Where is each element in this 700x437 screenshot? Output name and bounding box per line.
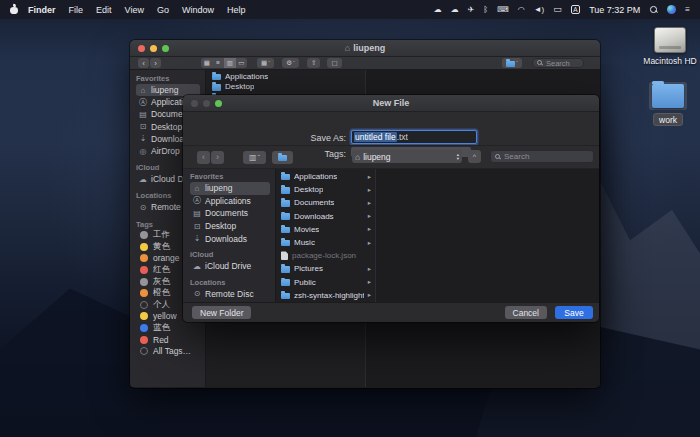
documents-icon: ▤ <box>138 110 148 119</box>
menu-item[interactable]: File <box>69 5 84 15</box>
share-button[interactable]: ⇧ <box>307 58 320 68</box>
input-source-icon[interactable]: A <box>571 5 580 14</box>
filename-field[interactable]: untitled file .txt <box>351 130 477 144</box>
group-button[interactable]: ▦ ˇ <box>257 58 274 68</box>
tag-label: All Tags… <box>153 346 191 356</box>
keyboard-icon[interactable]: ⌨ <box>497 5 509 14</box>
dialog-form: Save As: untitled file .txt Tags: <box>183 112 599 145</box>
tag-item[interactable]: All Tags… <box>136 345 200 357</box>
menu-item[interactable]: Help <box>227 5 246 15</box>
menu-item[interactable]: Edit <box>96 5 112 15</box>
dialog-sidebar-item[interactable]: ⇣ Downloads <box>190 232 270 245</box>
menu-clock[interactable]: Tue 7:32 PM <box>589 5 640 15</box>
siri-icon[interactable] <box>667 5 676 14</box>
file-name: Desktop <box>294 185 323 194</box>
menu-item[interactable]: Go <box>157 5 169 15</box>
tag-item[interactable]: 蓝色 <box>136 322 200 334</box>
section-title: Favorites <box>190 170 275 182</box>
forward-button[interactable]: › <box>150 58 161 68</box>
minimize-button[interactable] <box>150 45 157 52</box>
zoom-button[interactable] <box>162 45 169 52</box>
apple-menu-icon[interactable] <box>10 5 18 14</box>
file-row[interactable]: Movies ▸ <box>276 223 375 236</box>
chevron-down-icon: ˇ <box>293 60 295 66</box>
filename-extension: .txt <box>397 132 408 142</box>
search-field[interactable] <box>532 58 584 68</box>
cloud-icon[interactable]: ☁ <box>451 5 459 14</box>
remote-disc-icon: ⊙ <box>192 289 202 298</box>
desktop-icon-macintosh-hd[interactable]: Macintosh HD <box>638 27 700 66</box>
applications-icon: Ⓐ <box>138 97 148 108</box>
location-popup[interactable]: ⌂ liupeng ▴ ▾ <box>352 150 462 163</box>
volume-icon[interactable]: ◄) <box>534 5 545 14</box>
action-button[interactable]: ⚙ ˇ <box>282 58 299 68</box>
sidebar-item-label: Documents <box>205 208 248 218</box>
dialog-bottom-bar: New Folder Cancel Save <box>183 302 599 322</box>
icloud-drive-icon: ☁ <box>192 262 202 271</box>
menu-item[interactable]: Finder <box>28 5 56 15</box>
dialog-sidebar-item[interactable]: Ⓐ Applications <box>190 195 270 208</box>
finder-titlebar[interactable]: ⌂ liupeng <box>130 40 600 57</box>
file-row[interactable]: package-lock.json <box>276 249 375 262</box>
file-row[interactable]: Public ▸ <box>276 276 375 289</box>
tag-item[interactable]: Red <box>136 334 200 346</box>
dialog-search-input[interactable] <box>504 152 590 161</box>
location-arrow-icon[interactable]: ✈ <box>468 5 475 14</box>
tag-color-dot <box>140 324 148 332</box>
collapse-sheet-button[interactable]: ^ <box>468 150 481 163</box>
minimize-button <box>203 100 210 107</box>
new-folder-button[interactable]: New Folder <box>192 306 251 319</box>
file-row[interactable]: Downloads ▸ <box>276 210 375 223</box>
back-button[interactable]: ‹ <box>138 58 149 68</box>
dialog-sidebar-item[interactable]: ☁ iCloud Drive <box>190 260 270 273</box>
close-button[interactable] <box>138 45 145 52</box>
desktop-icon-label: Macintosh HD <box>643 56 696 66</box>
dialog-sidebar-item[interactable]: ▤ Documents <box>190 207 270 220</box>
icon-view-segment[interactable]: ▦ <box>201 58 213 68</box>
menu-item[interactable]: View <box>125 5 144 15</box>
folder-actions-button[interactable]: ˇ <box>502 58 522 68</box>
gallery-view-segment[interactable]: ▭ <box>236 58 248 68</box>
new-folder-icon-button[interactable] <box>272 151 293 164</box>
popup-stepper-icon: ▴ ▾ <box>457 153 459 161</box>
battery-icon[interactable]: ▭ <box>553 5 562 14</box>
input-cloud-icon[interactable]: ☁ <box>434 5 442 14</box>
forward-button[interactable]: › <box>211 151 224 164</box>
window-title-text: liupeng <box>353 43 385 53</box>
disclosure-arrow: ▸ <box>368 199 371 207</box>
search-input[interactable] <box>546 59 580 68</box>
file-row[interactable]: Music ▸ <box>276 236 375 249</box>
save-button[interactable]: Save <box>555 306 593 319</box>
tag-color-dot <box>140 312 148 320</box>
menu-item[interactable]: Window <box>182 5 214 15</box>
dialog-sidebar-item[interactable]: ⌂ liupeng <box>190 182 270 195</box>
list-view-segment[interactable]: ≡ <box>213 58 225 68</box>
bluetooth-icon[interactable]: ᛒ <box>483 5 488 14</box>
wifi-icon[interactable]: ◠ <box>518 5 525 14</box>
desktop-icon-work[interactable]: work <box>636 82 700 126</box>
zoom-button[interactable] <box>215 100 222 107</box>
filename-selected-text: untitled file <box>354 132 397 142</box>
step-down-icon: ▾ <box>457 157 459 161</box>
tag-button[interactable]: ▢ <box>327 58 341 68</box>
file-row[interactable]: Pictures ▸ <box>276 262 375 275</box>
file-row[interactable]: Desktop ▸ <box>276 183 375 196</box>
applications-icon: Ⓐ <box>192 195 202 206</box>
dialog-titlebar[interactable]: New File <box>183 95 599 112</box>
dialog-file-rows: Applications ▸ Desktop ▸ Documents <box>276 170 375 302</box>
column-view-button[interactable]: ▥ ˇ <box>243 151 266 164</box>
chevron-down-icon: ˇ <box>257 153 260 162</box>
spotlight-icon[interactable] <box>649 5 658 14</box>
file-row[interactable]: zsh-syntax-highlighting ▸ <box>276 289 375 302</box>
dialog-search-field[interactable] <box>490 150 594 163</box>
group-icon: ▦ <box>261 59 267 67</box>
dialog-sidebar-item[interactable]: ⊙ Remote Disc <box>190 288 270 301</box>
dialog-sidebar-item[interactable]: ⊡ Desktop <box>190 220 270 233</box>
file-row[interactable]: Documents ▸ <box>276 196 375 209</box>
cancel-button[interactable]: Cancel <box>505 306 547 319</box>
column-view-segment[interactable]: ▥ <box>224 58 236 68</box>
back-button[interactable]: ‹ <box>197 151 210 164</box>
sidebar-item-label: Downloads <box>205 234 247 244</box>
file-row[interactable]: Applications ▸ <box>276 170 375 183</box>
notification-center-icon[interactable]: ≡ <box>685 5 690 14</box>
